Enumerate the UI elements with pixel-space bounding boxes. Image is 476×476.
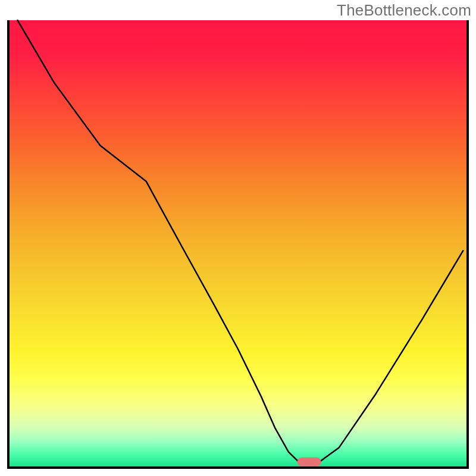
gradient-background bbox=[8, 20, 468, 468]
chart-container: TheBottleneck.com bbox=[0, 0, 476, 476]
optimal-zone-marker bbox=[298, 458, 321, 466]
bottleneck-chart bbox=[0, 0, 476, 476]
